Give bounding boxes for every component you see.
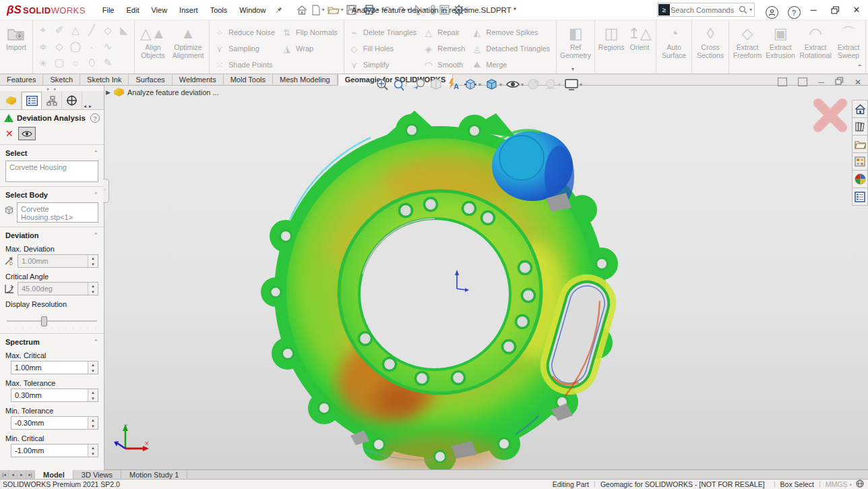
redo-button[interactable]: ↷▾ xyxy=(396,2,411,18)
command-tab[interactable]: Mesh Modeling xyxy=(273,74,338,86)
diamond-tool-icon[interactable]: ◇ xyxy=(104,24,112,36)
flip-normals-button[interactable]: ⇅Flip Normals xyxy=(279,24,342,40)
repair-button[interactable]: △Repair xyxy=(421,24,469,40)
cross-sections-button[interactable]: ◊ Cross Sections xyxy=(694,22,726,71)
critical-angle-field[interactable]: 45.00deg ▲▼ xyxy=(18,282,98,295)
spinner-icon[interactable]: ▲▼ xyxy=(88,389,98,401)
section-view-icon[interactable] xyxy=(429,76,443,93)
spinner-icon[interactable]: ▲▼ xyxy=(88,362,98,374)
auto-surface-button[interactable]: ◔ Auto Surface xyxy=(658,22,689,71)
mouse-gesture-button[interactable] xyxy=(429,2,437,18)
feature-tree-tab[interactable] xyxy=(1,92,22,109)
command-tab[interactable]: Weldments xyxy=(173,74,224,86)
tab-first-icon[interactable]: |◂ xyxy=(0,470,9,479)
user-account-icon[interactable] xyxy=(764,3,779,22)
extract-freeform-button[interactable]: ◇ Extract Freeform xyxy=(731,22,764,71)
spline-tool-icon[interactable]: ∿ xyxy=(104,40,113,53)
import-button[interactable]: Import xyxy=(2,22,30,71)
deviation-model-3d[interactable] xyxy=(249,98,627,470)
align-objects-button[interactable]: △▲ Align Objects xyxy=(137,22,169,71)
units-selector[interactable]: MMGS ▴ xyxy=(826,480,852,488)
menu-item[interactable]: Edit xyxy=(120,3,145,17)
graphics-area[interactable]: ▶ Analyze feature deviation ... xyxy=(104,86,868,470)
circle-tool-icon[interactable]: ◯ xyxy=(70,40,82,53)
view-settings-icon[interactable]: ▾ xyxy=(563,76,583,93)
tab-last-icon[interactable]: ▸| xyxy=(26,470,35,479)
cylinder-tool-icon[interactable]: ▢ xyxy=(55,57,64,69)
search-scope-icon[interactable]: ≥ xyxy=(658,4,670,16)
property-manager-tab[interactable] xyxy=(22,92,42,109)
max-tolerance-field[interactable]: 0.30mm ▲▼ xyxy=(11,389,98,402)
reduce-noise-button[interactable]: ⁘Reduce Noise xyxy=(212,24,279,40)
hide-show-items-icon[interactable]: ▾ xyxy=(505,76,524,93)
menu-item[interactable]: Window xyxy=(233,3,272,17)
regions-button[interactable]: ◫ Regions xyxy=(597,22,625,71)
zoom-to-fit-icon[interactable] xyxy=(375,76,390,93)
breadcrumb-expand-icon[interactable]: ▶ xyxy=(106,89,111,96)
menu-item[interactable]: Insert xyxy=(173,3,204,17)
filter-tool-icon[interactable]: ≑ xyxy=(39,41,47,52)
simplify-button[interactable]: ⋎Simplify xyxy=(346,57,421,73)
apply-scene-icon[interactable]: ▾ xyxy=(543,76,561,93)
menu-item[interactable]: File xyxy=(96,3,121,17)
model-tab[interactable]: Model xyxy=(35,470,73,479)
spinner-icon[interactable]: ▲▼ xyxy=(88,283,98,295)
command-tab[interactable]: Surfaces xyxy=(129,74,172,86)
command-tab[interactable]: Features xyxy=(0,74,43,86)
pen-tool-icon[interactable]: ✐ xyxy=(55,24,64,36)
max-critical-field[interactable]: 1.00mm ▲▼ xyxy=(11,361,98,374)
display-resolution-slider[interactable]: ''''''''''''' xyxy=(7,316,97,330)
select-section-header[interactable]: Select⌃ xyxy=(0,145,104,159)
minimize-button[interactable]: ─ xyxy=(802,0,825,20)
zoom-to-area-icon[interactable] xyxy=(392,76,408,93)
options-gear-button[interactable]: ▾ xyxy=(452,2,470,18)
detached-triangles-button[interactable]: ◬Detached Triangles xyxy=(469,40,554,57)
design-library-button[interactable] xyxy=(852,117,868,136)
pane-left-icon[interactable] xyxy=(778,78,787,86)
command-tab[interactable]: Sketch xyxy=(43,74,80,86)
tab-next-icon[interactable]: ▸ xyxy=(18,470,26,479)
undo-button[interactable]: ↶▾ xyxy=(381,2,396,18)
search-dropdown-icon[interactable]: ▾ xyxy=(749,7,752,13)
dynamic-annotation-icon[interactable]: A xyxy=(445,76,460,93)
close-button[interactable]: ✕ xyxy=(845,0,868,20)
point-tool-icon[interactable]: · xyxy=(90,41,94,53)
globe-icon[interactable] xyxy=(856,480,864,489)
cancel-confirmation-icon[interactable] xyxy=(811,96,849,134)
select-body-input[interactable]: Corvette Housing.stp<1> xyxy=(17,202,98,223)
motion-study-tab[interactable]: Motion Study 1 xyxy=(121,470,187,479)
pin-icon[interactable]: 📌︎ xyxy=(274,5,282,15)
slider-thumb[interactable] xyxy=(41,316,47,326)
max-deviation-field[interactable]: 1.00mm ▲▼ xyxy=(18,254,98,268)
merge-button[interactable]: ⛰︎Merge xyxy=(469,57,554,73)
panel-flyout-handle[interactable] xyxy=(103,179,109,203)
cone-tool-icon[interactable]: △ xyxy=(71,24,80,36)
configurations-tab[interactable] xyxy=(42,92,62,109)
extract-extrusion-button[interactable]: ▣ Extract Extrusion xyxy=(764,22,797,71)
dimxpert-tab[interactable] xyxy=(62,92,82,109)
sphere-tool-icon[interactable]: ○ xyxy=(72,57,78,69)
freeform-tool-icon[interactable]: ✎ xyxy=(104,57,113,69)
save-button[interactable]: ▾ xyxy=(345,2,361,18)
brush-tool-icon[interactable]: ◣ xyxy=(120,24,128,36)
select-input[interactable]: Corvette Housing xyxy=(5,161,98,182)
panel-splitter-handle[interactable]: ● ● xyxy=(0,86,104,91)
spray-tool-icon[interactable]: ⌖ xyxy=(40,24,46,36)
cancel-button[interactable]: ✕ xyxy=(5,128,13,139)
previous-view-icon[interactable] xyxy=(410,76,427,93)
preview-toggle-button[interactable] xyxy=(18,127,36,140)
home-tab-button[interactable] xyxy=(852,100,868,118)
extract-rotational-button[interactable]: ◠ Extract Rotational xyxy=(797,22,834,71)
tab-scroll-right-icon[interactable]: ▸ xyxy=(89,103,92,109)
menu-item[interactable]: Tools xyxy=(204,3,234,17)
custom-properties-button[interactable] xyxy=(852,188,868,206)
print-button[interactable]: ▾ xyxy=(362,2,380,18)
burst-tool-icon[interactable]: ✳︎ xyxy=(39,58,47,69)
plane-tool-icon[interactable]: ◇ xyxy=(55,40,63,53)
appearances-sphere-button[interactable] xyxy=(852,170,868,188)
spectrum-section-header[interactable]: Spectrum⌃ xyxy=(0,334,104,348)
smooth-button[interactable]: ◠Smooth xyxy=(421,57,469,73)
open-button[interactable]: ▾ xyxy=(326,2,344,18)
pane-right-icon[interactable] xyxy=(798,78,807,86)
search-input[interactable] xyxy=(671,6,739,14)
